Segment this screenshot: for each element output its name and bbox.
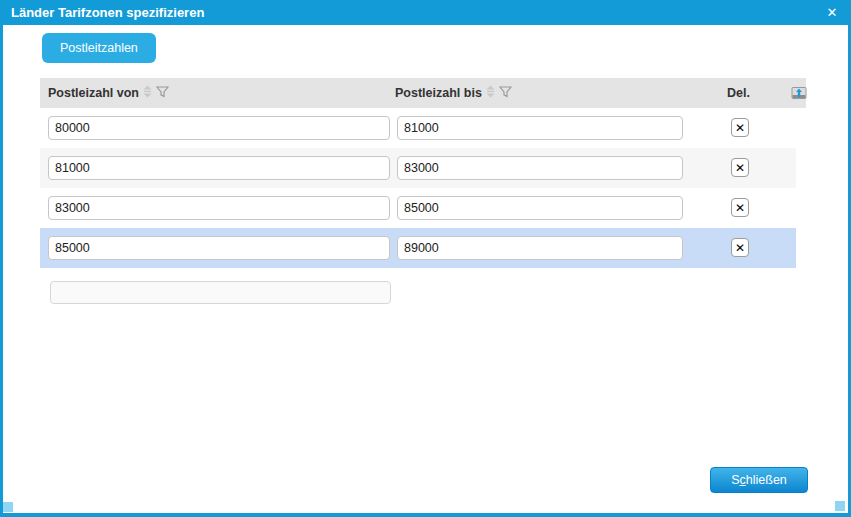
schliessen-label-suffix: hließen	[746, 473, 787, 487]
delete-icon: ✕	[735, 242, 745, 254]
table-row: ✕	[40, 228, 796, 268]
postleizahl-bis-input[interactable]	[397, 196, 683, 220]
dialog-window: Länder Tarifzonen spezifizieren ✕ Postle…	[0, 0, 851, 517]
filter-icon[interactable]	[156, 79, 169, 109]
column-header-bis[interactable]: Postleizahl bis	[395, 78, 512, 108]
new-postleizahl-von-input[interactable]	[50, 281, 391, 304]
filter-icon[interactable]	[499, 79, 512, 109]
grid-menu-icon[interactable]	[791, 85, 807, 101]
table-row: ✕	[40, 108, 796, 148]
table-row: ✕	[40, 148, 796, 188]
dialog-titlebar[interactable]: Länder Tarifzonen spezifizieren ✕	[3, 0, 848, 25]
close-icon[interactable]: ✕	[824, 0, 840, 25]
delete-row-button[interactable]: ✕	[731, 158, 749, 177]
postleizahl-bis-input[interactable]	[397, 156, 683, 180]
sort-icon[interactable]	[142, 79, 153, 109]
postleizahl-von-input[interactable]	[48, 156, 390, 180]
postleizahl-bis-input[interactable]	[397, 236, 683, 260]
column-header-del: Del.	[727, 78, 750, 108]
table-row: ✕	[40, 188, 796, 228]
postleizahl-bis-input[interactable]	[397, 116, 683, 140]
delete-icon: ✕	[735, 122, 745, 134]
delete-row-button[interactable]: ✕	[731, 198, 749, 217]
column-header-bis-label: Postleizahl bis	[395, 78, 482, 108]
postleizahl-von-input[interactable]	[48, 236, 390, 260]
postleizahl-von-input[interactable]	[48, 116, 390, 140]
dialog-title: Länder Tarifzonen spezifizieren	[11, 5, 204, 20]
schliessen-button[interactable]: Schließen	[710, 467, 808, 493]
grid-rows: ✕ ✕ ✕ ✕	[40, 108, 796, 268]
delete-icon: ✕	[735, 202, 745, 214]
sort-icon[interactable]	[485, 79, 496, 109]
grid-header: Postleizahl von Postleizahl bis Del.	[40, 78, 806, 108]
schliessen-label-prefix: S	[731, 473, 739, 487]
postleizahl-von-input[interactable]	[48, 196, 390, 220]
delete-icon: ✕	[735, 162, 745, 174]
resize-grip-right[interactable]	[835, 501, 845, 511]
tab-postleitzahlen[interactable]: Postleitzahlen	[42, 33, 156, 63]
column-header-von-label: Postleizahl von	[48, 78, 139, 108]
delete-row-button[interactable]: ✕	[731, 238, 749, 257]
resize-grip-left[interactable]	[3, 502, 13, 512]
column-header-von[interactable]: Postleizahl von	[48, 78, 169, 108]
delete-row-button[interactable]: ✕	[731, 118, 749, 137]
